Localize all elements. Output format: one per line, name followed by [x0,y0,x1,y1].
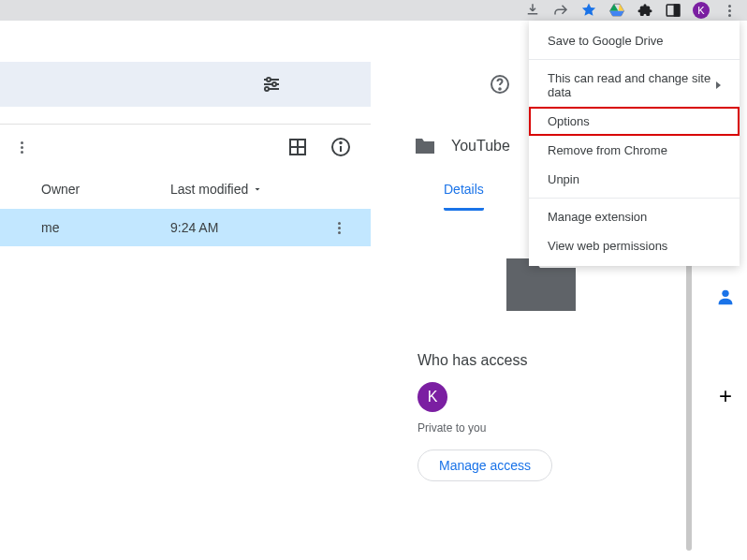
file-list-panel: Owner Last modified me 9:24 AM [0,124,371,560]
submenu-caret-icon [716,81,721,89]
menu-site-data[interactable]: This can read and change site data [529,64,740,107]
menu-manage-extension[interactable]: Manage extension [529,202,740,231]
menu-separator [529,198,740,199]
menu-separator [529,59,740,60]
owner-avatar[interactable]: K [417,382,447,412]
info-icon[interactable] [330,136,352,158]
help-icon[interactable] [487,71,513,97]
svg-point-10 [499,88,501,90]
svg-rect-2 [675,5,680,16]
access-heading: Who has access [417,352,665,369]
menu-view-permissions[interactable]: View web permissions [529,231,740,260]
tab-details[interactable]: Details [444,170,484,211]
scrollbar[interactable] [686,217,692,551]
svg-point-18 [722,290,728,297]
column-owner[interactable]: Owner [41,182,170,197]
svg-point-6 [272,82,276,86]
folder-icon [414,137,436,155]
menu-item-label: Remove from Chrome [548,143,667,157]
bookmark-star-icon[interactable] [580,2,597,19]
menu-item-label: This can read and change site data [548,71,716,99]
table-header: Owner Last modified [0,169,371,209]
share-icon[interactable] [552,2,569,19]
menu-item-label: Manage extension [548,210,647,224]
more-actions-icon[interactable] [13,139,30,155]
row-more-icon[interactable] [328,216,350,239]
grid-view-icon[interactable] [286,136,309,158]
menu-item-label: Unpin [548,172,579,186]
menu-options[interactable]: Options [529,107,740,136]
sort-desc-icon [252,184,263,195]
filter-toolbar [0,62,371,107]
svg-point-8 [265,87,269,91]
svg-point-4 [267,78,271,81]
menu-unpin[interactable]: Unpin [529,165,740,194]
column-last-modified[interactable]: Last modified [170,182,263,197]
add-icon[interactable]: + [715,386,736,406]
menu-save-to-drive[interactable]: Save to Google Drive [529,26,740,55]
menu-item-label: Save to Google Drive [548,34,664,48]
drive-extension-icon[interactable] [608,2,625,19]
svg-point-16 [340,142,342,144]
cell-owner: me [41,220,170,235]
extensions-puzzle-icon[interactable] [637,2,653,19]
menu-item-label: View web permissions [548,239,667,253]
profile-avatar[interactable]: K [693,2,710,19]
cell-modified: 9:24 AM [170,220,328,235]
download-icon[interactable] [524,2,541,19]
filter-sliders-icon[interactable] [260,73,283,96]
contacts-icon[interactable] [715,287,736,307]
extension-context-menu: Save to Google Drive This can read and c… [529,21,740,266]
details-title: YouTube [451,138,510,155]
browser-toolbar: K [0,0,747,21]
table-row[interactable]: me 9:24 AM [0,209,371,246]
sidepanel-icon[interactable] [665,2,681,19]
menu-remove[interactable]: Remove from Chrome [529,136,740,165]
menu-item-label: Options [548,114,590,128]
manage-access-button[interactable]: Manage access [417,449,552,481]
column-last-modified-label: Last modified [170,182,248,197]
access-private-text: Private to you [417,421,665,435]
details-scroll-area: Who has access K Private to you Manage a… [393,217,689,560]
chrome-menu-icon[interactable] [721,2,738,19]
list-actions-row [0,125,371,169]
